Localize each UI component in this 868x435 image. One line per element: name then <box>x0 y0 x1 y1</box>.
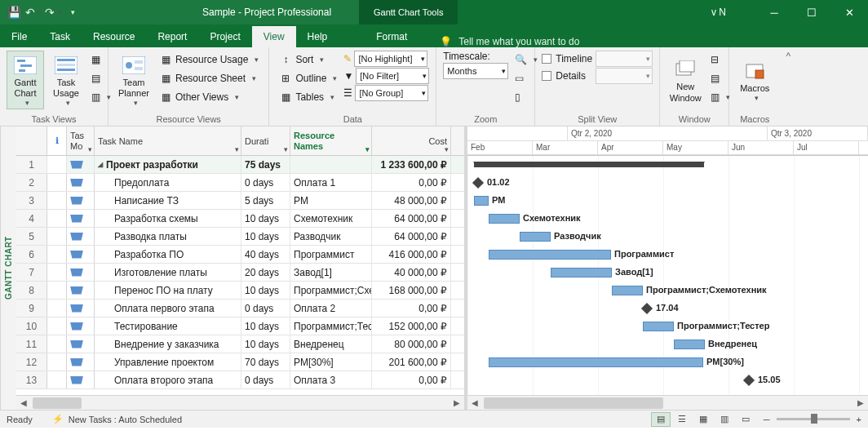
table-row[interactable]: 4Разработка схемы10 daysСхемотехник64 00… <box>16 210 464 228</box>
redo-button[interactable]: ↷ <box>46 5 60 20</box>
cell-resource[interactable]: Оплата 3 <box>290 371 372 388</box>
col-resource-names[interactable]: Resource Names▾ <box>290 127 372 155</box>
cell-cost[interactable]: 40 000,00 ₽ <box>372 264 451 281</box>
row-number[interactable]: 2 <box>16 174 47 191</box>
table-row[interactable]: 2Предоплата0 daysОплата 10,00 ₽ <box>16 174 464 192</box>
table-row[interactable]: 11Внедрение у заказчика10 daysВнедренец8… <box>16 335 464 353</box>
tab-format[interactable]: Format <box>358 26 425 47</box>
tables-button[interactable]: ▦Tables <box>276 88 340 106</box>
row-number[interactable]: 9 <box>16 300 47 317</box>
cell-task-name[interactable]: Проект разработки <box>95 156 241 173</box>
chevron-down-icon[interactable]: ▾ <box>235 145 239 153</box>
cell-cost[interactable]: 1 233 600,00 ₽ <box>372 156 451 173</box>
cell-duration[interactable]: 10 days <box>241 335 290 353</box>
row-number[interactable]: 12 <box>16 353 47 371</box>
zoom-slider[interactable] <box>777 418 850 420</box>
cell-task-mode[interactable] <box>67 156 95 173</box>
cell-task-mode[interactable] <box>67 282 95 299</box>
scroll-left-icon[interactable]: ◀ <box>16 397 31 410</box>
summary-bar[interactable] <box>474 162 704 167</box>
cell-resource[interactable]: PM <box>290 192 372 209</box>
cell-duration[interactable]: 5 days <box>241 192 290 209</box>
cell-resource[interactable]: PM[30%] <box>290 353 372 371</box>
gantt-chart-button[interactable]: Gantt Chart <box>7 51 44 109</box>
sort-button[interactable]: ↕Sort <box>276 51 340 69</box>
row-number[interactable]: 7 <box>16 264 47 281</box>
cell-task-name[interactable]: Тестирование <box>95 317 241 335</box>
zoom-out-icon[interactable]: ─ <box>764 415 770 424</box>
cell-resource[interactable]: Оплата 1 <box>290 174 372 191</box>
table-row[interactable]: 13Оплата второго этапа0 daysОплата 30,00… <box>16 371 464 389</box>
scroll-right-icon[interactable]: ▶ <box>450 397 464 410</box>
task-views-more-icon[interactable]: ▥ <box>88 88 101 106</box>
zoom-in-icon[interactable]: + <box>857 415 861 424</box>
row-number[interactable]: 8 <box>16 282 47 299</box>
new-window-button[interactable]: New Window <box>666 51 704 109</box>
task-bar[interactable] <box>643 322 674 331</box>
cell-duration[interactable]: 10 days <box>241 210 290 227</box>
cell-info[interactable] <box>47 317 67 335</box>
cell-resource[interactable]: Завод[1] <box>290 264 372 281</box>
milestone[interactable] <box>743 375 755 386</box>
cell-task-name[interactable]: Оплата второго этапа <box>95 371 241 388</box>
row-number[interactable]: 3 <box>16 192 47 209</box>
cell-resource[interactable]: Разводчик <box>290 228 372 245</box>
cell-task-name[interactable]: Разработка схемы <box>95 210 241 227</box>
cell-task-mode[interactable] <box>67 246 95 263</box>
task-usage-button[interactable]: Task Usage <box>47 51 85 109</box>
row-number[interactable]: 6 <box>16 246 47 263</box>
milestone[interactable] <box>641 303 653 314</box>
scroll-right-icon[interactable]: ▶ <box>853 397 868 410</box>
network-diagram-icon[interactable]: ▦ <box>88 51 101 69</box>
scroll-left-icon[interactable]: ◀ <box>467 397 482 410</box>
cell-cost[interactable]: 201 600,00 ₽ <box>372 353 451 371</box>
save-icon[interactable]: 💾 <box>7 5 21 20</box>
col-info[interactable]: ℹ <box>47 127 67 155</box>
tab-resource[interactable]: Resource <box>82 26 146 47</box>
cell-task-name[interactable]: Разработка ПО <box>95 246 241 263</box>
tab-project[interactable]: Project <box>198 26 251 47</box>
cell-resource[interactable]: Программист;Тестер <box>290 317 372 335</box>
table-row[interactable]: 10Тестирование10 daysПрограммист;Тестер1… <box>16 317 464 335</box>
cell-duration[interactable]: 0 days <box>241 371 290 388</box>
cell-duration[interactable]: 70 days <box>241 353 290 371</box>
team-planner-button[interactable]: Team Planner <box>115 51 153 109</box>
row-number[interactable]: 5 <box>16 228 47 245</box>
rv-resource-usage[interactable]: ▦Resource Usage <box>156 51 262 69</box>
cell-task-mode[interactable] <box>67 210 95 227</box>
col-cost[interactable]: Cost▾ <box>372 127 451 155</box>
cell-cost[interactable]: 48 000,00 ₽ <box>372 192 451 209</box>
hide-icon[interactable]: ▥ <box>707 88 722 106</box>
rv-resource-sheet[interactable]: ▦Resource Sheet <box>156 69 262 87</box>
collapse-ribbon-icon[interactable]: ^ <box>780 47 796 126</box>
view-task-usage-icon[interactable]: ☰ <box>672 412 692 427</box>
cell-task-mode[interactable] <box>67 353 95 371</box>
cell-info[interactable] <box>47 264 67 281</box>
cell-duration[interactable]: 0 days <box>241 174 290 191</box>
outline-button[interactable]: ⊞Outline <box>276 69 340 87</box>
chevron-down-icon[interactable]: ▾ <box>88 145 92 153</box>
table-row[interactable]: 7Изготовление платы20 daysЗавод[1]40 000… <box>16 264 464 282</box>
cell-cost[interactable]: 0,00 ₽ <box>372 371 451 388</box>
timescale-combo[interactable]: Months▾ <box>443 63 508 79</box>
cell-info[interactable] <box>47 174 67 191</box>
cell-task-name[interactable]: Оплата первого этапа <box>95 300 241 317</box>
cell-task-mode[interactable] <box>67 300 95 317</box>
tab-file[interactable]: File <box>0 26 38 47</box>
cell-cost[interactable]: 416 000,00 ₽ <box>372 246 451 263</box>
cell-cost[interactable]: 168 000,00 ₽ <box>372 282 451 299</box>
row-number[interactable]: 11 <box>16 335 47 353</box>
task-bar[interactable] <box>489 357 703 367</box>
cell-resource[interactable]: Схемотехник <box>290 210 372 227</box>
chevron-down-icon[interactable]: ▾ <box>445 145 449 153</box>
cell-task-name[interactable]: Разводка платы <box>95 228 241 245</box>
row-number[interactable]: 10 <box>16 317 47 335</box>
cell-info[interactable] <box>47 371 67 388</box>
cell-duration[interactable]: 0 days <box>241 300 290 317</box>
cell-cost[interactable]: 64 000,00 ₽ <box>372 210 451 227</box>
col-row-num[interactable] <box>16 127 47 155</box>
cell-task-name[interactable]: Предоплата <box>95 174 241 191</box>
view-team-planner-icon[interactable]: ▦ <box>693 412 713 427</box>
cell-task-name[interactable]: Внедрение у заказчика <box>95 335 241 353</box>
cell-task-mode[interactable] <box>67 228 95 245</box>
